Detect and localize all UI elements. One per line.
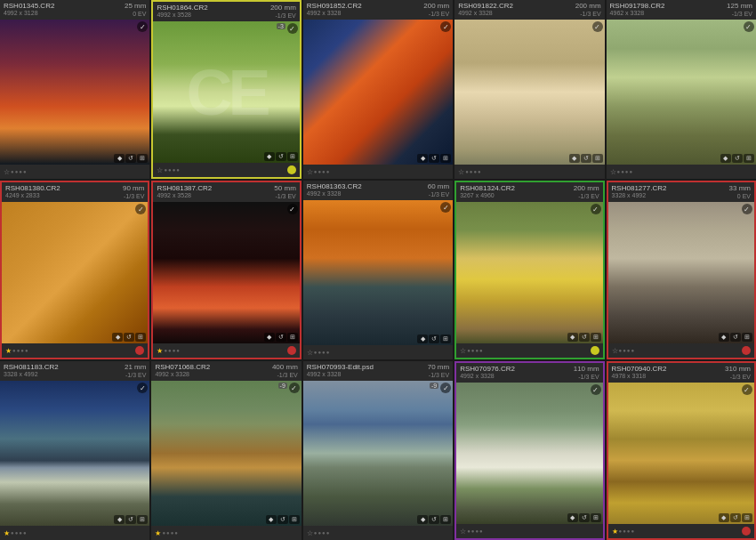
photo-cell-5[interactable]: RSH091798.CR24962 x 3328125 mm-1/3 EV✓◆↺…	[607, 0, 756, 179]
cell-stars-6[interactable]: ★●●●●	[5, 347, 28, 355]
red-label-dot[interactable]	[135, 346, 144, 355]
cell-stars-1[interactable]: ☆●●●●	[4, 168, 27, 176]
check-badge-15[interactable]: ✓	[742, 384, 752, 395]
bottom-icon[interactable]: ⊞	[135, 333, 146, 342]
photo-cell-3[interactable]: RSH091852.CR24992 x 3328200 mm-1/3 EV✓◆↺…	[303, 0, 453, 179]
cell-image-3[interactable]: ✓◆↺⊞	[303, 20, 453, 165]
bottom-icon[interactable]: ↺	[579, 513, 590, 522]
bottom-icon[interactable]: ↺	[730, 333, 741, 342]
bottom-icon[interactable]: ◆	[114, 154, 125, 163]
bottom-icon[interactable]: ⊞	[287, 333, 298, 342]
cell-image-5[interactable]: ✓◆↺⊞	[607, 20, 756, 165]
cell-image-4[interactable]: ✓◆↺⊞	[454, 20, 604, 165]
cell-image-14[interactable]: ✓◆↺⊞	[456, 383, 602, 524]
cell-image-15[interactable]: ✓◆↺⊞	[608, 383, 754, 524]
check-badge-4[interactable]: ✓	[592, 21, 603, 32]
bottom-icon[interactable]: ↺	[277, 515, 288, 524]
bottom-icon[interactable]: ↺	[125, 515, 136, 524]
check-badge-10[interactable]: ✓	[742, 204, 752, 214]
bottom-icon[interactable]: ◆	[719, 333, 729, 342]
red-label-dot[interactable]	[287, 346, 296, 355]
bottom-icon[interactable]: ⊞	[592, 154, 603, 163]
cell-image-11[interactable]: ✓◆↺⊞	[0, 381, 149, 526]
photo-cell-15[interactable]: RSH070940.CR24978 x 3318310 mm-1/3 EV✓◆↺…	[607, 361, 756, 540]
bottom-icon[interactable]: ◆	[720, 154, 731, 163]
bottom-icon[interactable]: ↺	[276, 333, 286, 342]
bottom-icon[interactable]: ⊞	[137, 154, 148, 163]
check-badge-14[interactable]: ✓	[591, 384, 601, 395]
photo-cell-1[interactable]: RSH01345.CR24992 x 312825 mm0 EV✓◆↺⊞☆●●●…	[0, 0, 149, 179]
bottom-icon[interactable]: ⊞	[287, 152, 298, 161]
cell-stars-12[interactable]: ★●●●●	[155, 529, 178, 537]
cell-image-2[interactable]: CE✓-3◆↺⊞	[153, 21, 299, 163]
cell-stars-5[interactable]: ☆●●●●	[610, 168, 633, 176]
bottom-icon[interactable]: ◆	[114, 515, 125, 524]
cell-stars-11[interactable]: ★●●●●	[4, 529, 27, 537]
photo-cell-8[interactable]: RSH081363.CR24992 x 332860 mm-1/3 EV✓◆↺⊞…	[303, 181, 453, 359]
cell-image-9[interactable]: ✓◆↺⊞	[456, 202, 602, 343]
bottom-icon[interactable]: ⊞	[137, 515, 148, 524]
bottom-icon[interactable]: ↺	[429, 515, 439, 524]
bottom-icon[interactable]: ◆	[264, 333, 275, 342]
cell-image-7[interactable]: ✓◆↺⊞	[153, 202, 299, 343]
bottom-icon[interactable]: ◆	[417, 334, 428, 343]
bottom-icon[interactable]: ◆	[417, 154, 428, 163]
bottom-icon[interactable]: ↺	[429, 154, 439, 163]
cell-image-12[interactable]: ✓-9◆↺⊞	[151, 381, 301, 526]
red-label-dot[interactable]	[742, 346, 751, 355]
bottom-icon[interactable]: ↺	[732, 154, 743, 163]
check-badge-9[interactable]: ✓	[591, 204, 601, 214]
bottom-icon[interactable]: ↺	[125, 154, 136, 163]
bottom-icon[interactable]: ⊞	[591, 333, 601, 342]
cell-image-8[interactable]: ✓◆↺⊞	[303, 200, 453, 345]
cell-stars-7[interactable]: ★●●●●	[157, 347, 180, 355]
photo-cell-2[interactable]: RSH01864.CR24992 x 3528200 mm-1/3 EVCE✓-…	[151, 0, 301, 179]
color-label-dot[interactable]	[287, 165, 296, 174]
cell-stars-3[interactable]: ☆●●●●	[307, 168, 330, 176]
bottom-icon[interactable]: ↺	[276, 152, 286, 161]
cell-stars-8[interactable]: ☆●●●●	[307, 349, 330, 357]
bottom-icon[interactable]: ⊞	[591, 513, 601, 522]
bottom-icon[interactable]: ⊞	[440, 334, 451, 343]
bottom-icon[interactable]: ◆	[112, 333, 123, 342]
bottom-icon[interactable]: ↺	[124, 333, 134, 342]
photo-cell-12[interactable]: RSH071068.CR24992 x 3328400 mm-1/3 EV✓-9…	[151, 361, 301, 540]
bottom-icon[interactable]: ◆	[567, 513, 578, 522]
bottom-icon[interactable]: ⊞	[744, 154, 754, 163]
photo-cell-11[interactable]: RSH081183.CR23328 x 499221 mm-1/3 EV✓◆↺⊞…	[0, 361, 149, 540]
photo-cell-13[interactable]: RSH070993-Edit.psd4992 x 332870 mm-1/3 E…	[303, 361, 453, 540]
bottom-icon[interactable]: ⊞	[440, 515, 451, 524]
bottom-icon[interactable]: ⊞	[742, 513, 752, 522]
bottom-icon[interactable]: ◆	[569, 154, 580, 163]
cell-image-1[interactable]: ✓◆↺⊞	[0, 20, 149, 165]
bottom-icon[interactable]: ↺	[429, 334, 439, 343]
check-badge-2[interactable]: ✓	[287, 23, 298, 34]
color-label-dot[interactable]	[591, 346, 599, 355]
photo-cell-14[interactable]: RSH070976.CR24992 x 3328110 mm-1/3 EV✓◆↺…	[454, 361, 604, 540]
bottom-icon[interactable]: ◆	[264, 152, 275, 161]
photo-cell-4[interactable]: RSH091822.CR24992 x 3328200 mm-1/3 EV✓◆↺…	[454, 0, 604, 179]
bottom-icon[interactable]: ◆	[417, 515, 428, 524]
cell-stars-9[interactable]: ☆●●●●	[460, 347, 483, 355]
photo-cell-6[interactable]: RSH081380.CR24249 x 283390 mm-1/3 EV✓◆↺⊞…	[0, 181, 149, 359]
cell-image-6[interactable]: ✓◆↺⊞	[2, 202, 148, 343]
check-badge-12[interactable]: ✓	[289, 383, 300, 393]
bottom-icon[interactable]: ↺	[579, 333, 590, 342]
cell-stars-10[interactable]: ☆●●●●	[612, 347, 635, 355]
red-label-dot[interactable]	[742, 527, 751, 536]
cell-image-13[interactable]: ✓-9◆↺⊞	[303, 381, 453, 526]
bottom-icon[interactable]: ⊞	[742, 333, 752, 342]
bottom-icon[interactable]: ◆	[719, 513, 729, 522]
photo-cell-9[interactable]: RSH081324.CR23267 x 4960200 mm-1/3 EV✓◆↺…	[454, 181, 604, 359]
photo-cell-7[interactable]: RSH081387.CR24992 x 352850 mm-1/3 EV✓◆↺⊞…	[151, 181, 301, 359]
cell-stars-15[interactable]: ★●●●●	[612, 528, 635, 536]
cell-stars-4[interactable]: ☆●●●●	[458, 168, 481, 176]
bottom-icon[interactable]: ◆	[567, 333, 578, 342]
bottom-icon[interactable]: ◆	[266, 515, 277, 524]
cell-stars-2[interactable]: ☆●●●●	[157, 166, 180, 174]
bottom-icon[interactable]: ↺	[730, 513, 741, 522]
check-badge-5[interactable]: ✓	[744, 21, 754, 32]
cell-stars-14[interactable]: ☆●●●●	[460, 528, 483, 536]
bottom-icon[interactable]: ↺	[581, 154, 591, 163]
bottom-icon[interactable]: ⊞	[289, 515, 300, 524]
